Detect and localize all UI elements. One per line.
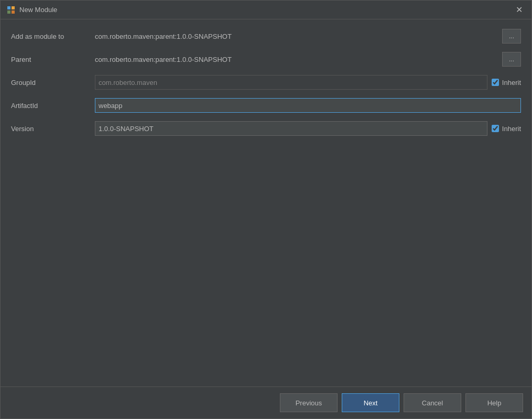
version-inherit-label: Inherit <box>502 125 521 133</box>
svg-rect-1 <box>12 6 15 9</box>
parent-label: Parent <box>11 56 95 63</box>
version-inherit-section: Inherit <box>492 125 521 133</box>
version-inherit-checkbox[interactable] <box>492 125 499 132</box>
add-as-module-browse-button[interactable]: ... <box>502 29 521 44</box>
artifactid-label: ArtifactId <box>11 102 95 110</box>
svg-rect-0 <box>7 6 10 9</box>
title-bar: New Module ✕ <box>1 1 531 19</box>
version-label: Version <box>11 125 95 133</box>
next-button[interactable]: Next <box>342 393 399 412</box>
svg-rect-3 <box>12 10 15 14</box>
cancel-button[interactable]: Cancel <box>404 393 461 412</box>
add-as-module-to-row: Add as module to com.roberto.maven:paren… <box>11 28 521 45</box>
new-module-dialog: New Module ✕ Add as module to com.robert… <box>0 0 532 419</box>
groupid-row: GroupId Inherit <box>11 74 521 91</box>
groupid-inherit-section: Inherit <box>492 79 521 87</box>
previous-button[interactable]: Previous <box>280 393 338 412</box>
artifactid-input[interactable] <box>95 98 521 113</box>
groupid-inherit-checkbox[interactable] <box>492 79 499 86</box>
svg-rect-2 <box>7 10 10 14</box>
dialog-title: New Module <box>19 6 57 14</box>
add-as-module-to-value: com.roberto.maven:parent:1.0.0-SNAPSHOT <box>95 33 500 40</box>
module-icon <box>7 6 15 14</box>
help-button[interactable]: Help <box>465 393 523 412</box>
parent-row: Parent com.roberto.maven:parent:1.0.0-SN… <box>11 51 521 68</box>
title-bar-left: New Module <box>7 6 57 14</box>
version-input[interactable] <box>95 121 487 136</box>
footer: Previous Next Cancel Help <box>1 386 531 418</box>
parent-value: com.roberto.maven:parent:1.0.0-SNAPSHOT <box>95 56 500 63</box>
parent-browse-button[interactable]: ... <box>502 52 521 67</box>
add-as-module-to-label: Add as module to <box>11 33 95 40</box>
groupid-label: GroupId <box>11 79 95 87</box>
artifactid-row: ArtifactId <box>11 97 521 114</box>
form-content: Add as module to com.roberto.maven:paren… <box>1 19 531 386</box>
version-row: Version Inherit <box>11 120 521 137</box>
groupid-inherit-label: Inherit <box>502 79 521 87</box>
groupid-input[interactable] <box>95 75 487 90</box>
close-button[interactable]: ✕ <box>513 4 525 16</box>
